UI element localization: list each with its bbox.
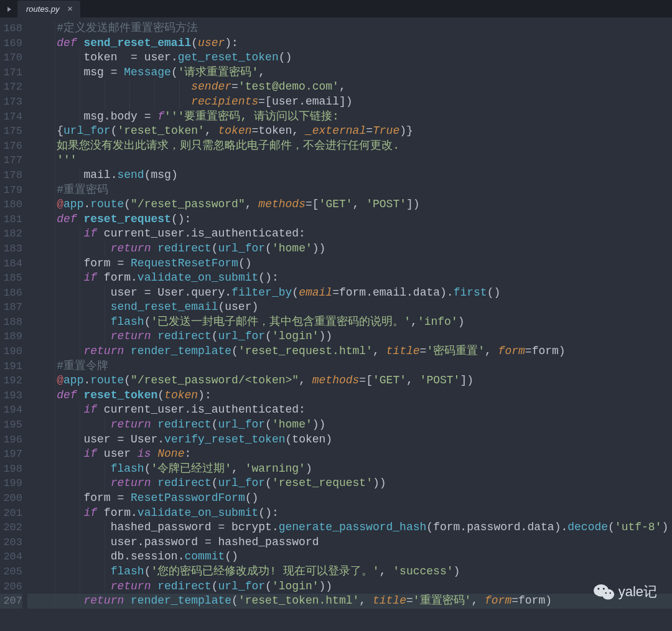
line-number[interactable]: 184 <box>0 256 22 271</box>
code-line[interactable]: hashed_password = bcrypt.generate_passwo… <box>27 520 672 535</box>
line-number[interactable]: 173 <box>0 95 22 110</box>
code-line[interactable]: @app.route("/reset_password/<token>", me… <box>27 373 672 388</box>
code-line[interactable]: def send_reset_email(user): <box>27 36 672 51</box>
code-line[interactable]: db.session.commit() <box>27 549 672 564</box>
code-line[interactable]: return render_template('reset_token.html… <box>27 594 672 609</box>
code-line[interactable]: 如果您没有发出此请求，则只需忽略此电子邮件，不会进行任何更改. <box>27 139 672 154</box>
line-number[interactable]: 198 <box>0 462 22 477</box>
line-number[interactable]: 204 <box>0 549 22 564</box>
code-line[interactable]: return redirect(url_for('login')) <box>27 579 672 594</box>
line-number[interactable]: 170 <box>0 50 22 65</box>
line-number[interactable]: 200 <box>0 491 22 506</box>
token: send_reset_email <box>111 301 218 313</box>
code-line[interactable]: ''' <box>27 153 672 168</box>
code-line[interactable]: if user is None: <box>27 447 672 462</box>
token: ) <box>559 345 566 357</box>
line-number[interactable]: 192 <box>0 373 22 388</box>
line-number[interactable]: 205 <box>0 564 22 579</box>
line-number[interactable]: 197 <box>0 447 22 462</box>
token: decode <box>567 521 608 533</box>
token: ( <box>212 477 218 489</box>
line-number[interactable]: 185 <box>0 271 22 286</box>
code-line[interactable]: @app.route("/reset_password", methods=['… <box>27 197 672 212</box>
line-number[interactable]: 172 <box>0 80 22 95</box>
tab-routes-py[interactable]: routes.py × <box>17 1 80 17</box>
code-line[interactable]: token = user.get_reset_token() <box>27 50 672 65</box>
line-number[interactable]: 178 <box>0 168 22 183</box>
code-line[interactable]: if current_user.is_authenticated: <box>27 227 672 241</box>
code-line[interactable]: #重置密码 <box>27 183 672 198</box>
token: . <box>521 521 528 533</box>
line-number[interactable]: 179 <box>0 183 22 198</box>
code-line[interactable]: return redirect(url_for('login')) <box>27 329 672 344</box>
line-number[interactable]: 183 <box>0 241 22 256</box>
code-line[interactable]: user.password = hashed_password <box>27 535 672 550</box>
token: recipients <box>191 95 258 108</box>
code-line[interactable]: {url_for('reset_token', token=token, _ex… <box>27 124 672 139</box>
code-line[interactable]: return render_template('reset_request.ht… <box>27 344 672 359</box>
code-area[interactable]: #定义发送邮件重置密码方法 def send_reset_email(user)… <box>27 17 672 631</box>
code-line[interactable]: return redirect(url_for('home')) <box>27 241 672 256</box>
line-number[interactable]: 190 <box>0 344 22 359</box>
line-number[interactable]: 199 <box>0 476 22 491</box>
code-line[interactable]: user = User.verify_reset_token(token) <box>27 432 672 447</box>
code-line[interactable]: def reset_request(): <box>27 212 672 227</box>
code-line[interactable]: user = User.query.filter_by(email=form.e… <box>27 286 672 301</box>
line-number[interactable]: 182 <box>0 227 22 241</box>
line-number[interactable]: 203 <box>0 535 22 550</box>
line-number[interactable]: 176 <box>0 139 22 154</box>
line-number[interactable]: 188 <box>0 315 22 330</box>
line-number[interactable]: 191 <box>0 359 22 374</box>
code-line[interactable]: if form.validate_on_submit(): <box>27 271 672 286</box>
line-number[interactable]: 206 <box>0 579 22 594</box>
token: . <box>138 536 144 548</box>
line-number[interactable]: 168 <box>0 21 22 36</box>
line-number[interactable]: 193 <box>0 388 22 403</box>
code-line[interactable]: recipients=[user.email]) <box>27 95 672 110</box>
code-line[interactable]: #定义发送邮件重置密码方法 <box>27 21 672 36</box>
line-number[interactable]: 177 <box>0 153 22 168</box>
code-line[interactable]: flash('已发送一封电子邮件，其中包含重置密码的说明。','info') <box>27 315 672 330</box>
code-line[interactable]: return redirect(url_for('reset_request')… <box>27 476 672 491</box>
svg-point-1 <box>602 589 614 600</box>
code-line[interactable]: sender='test@demo.com', <box>27 80 672 95</box>
line-number[interactable]: 187 <box>0 300 22 315</box>
line-number[interactable]: 180 <box>0 197 22 212</box>
code-line[interactable]: flash('您的密码已经修改成功! 现在可以登录了。', 'success') <box>27 564 672 579</box>
code-line[interactable]: def reset_token(token): <box>27 388 672 403</box>
code-line[interactable]: mail.send(msg) <box>27 168 672 183</box>
line-number[interactable]: 207 <box>0 594 22 609</box>
tabbar-scroll-left[interactable] <box>4 1 15 17</box>
token: 'reset_token' <box>117 124 204 137</box>
line-number[interactable]: 174 <box>0 110 22 124</box>
token: () <box>279 51 292 63</box>
line-number[interactable]: 196 <box>0 432 22 447</box>
token: . <box>157 433 164 446</box>
tab-close-button[interactable]: × <box>65 4 74 13</box>
line-number[interactable]: 201 <box>0 506 22 521</box>
line-number[interactable]: 195 <box>0 418 22 432</box>
line-number[interactable]: 202 <box>0 520 22 535</box>
code-line[interactable]: if current_user.is_authenticated: <box>27 403 672 418</box>
line-number[interactable]: 194 <box>0 403 22 418</box>
code-line[interactable]: send_reset_email(user) <box>27 300 672 315</box>
code-line[interactable]: form = ResetPasswordForm() <box>27 491 672 506</box>
token: , <box>359 594 373 607</box>
line-number[interactable]: 181 <box>0 212 22 227</box>
line-number-gutter[interactable]: 1681691701711721731741751761771781791801… <box>0 17 27 631</box>
token: verify_reset_token <box>164 433 285 446</box>
code-line[interactable]: if form.validate_on_submit(): <box>27 506 672 521</box>
line-number[interactable]: 171 <box>0 65 22 80</box>
line-number[interactable]: 189 <box>0 329 22 344</box>
line-number[interactable]: 186 <box>0 286 22 301</box>
token: commit <box>184 550 225 563</box>
code-line[interactable]: msg = Message('请求重置密码', <box>27 65 672 80</box>
line-number[interactable]: 175 <box>0 124 22 139</box>
line-number[interactable]: 169 <box>0 36 22 51</box>
code-line[interactable]: msg.body = f'''要重置密码, 请访问以下链接: <box>27 110 672 124</box>
code-line[interactable]: flash('令牌已经过期', 'warning') <box>27 462 672 477</box>
token: . <box>111 169 118 181</box>
code-line[interactable]: return redirect(url_for('home')) <box>27 418 672 432</box>
code-line[interactable]: #重置令牌 <box>27 359 672 374</box>
code-line[interactable]: form = RequestResetForm() <box>27 256 672 271</box>
